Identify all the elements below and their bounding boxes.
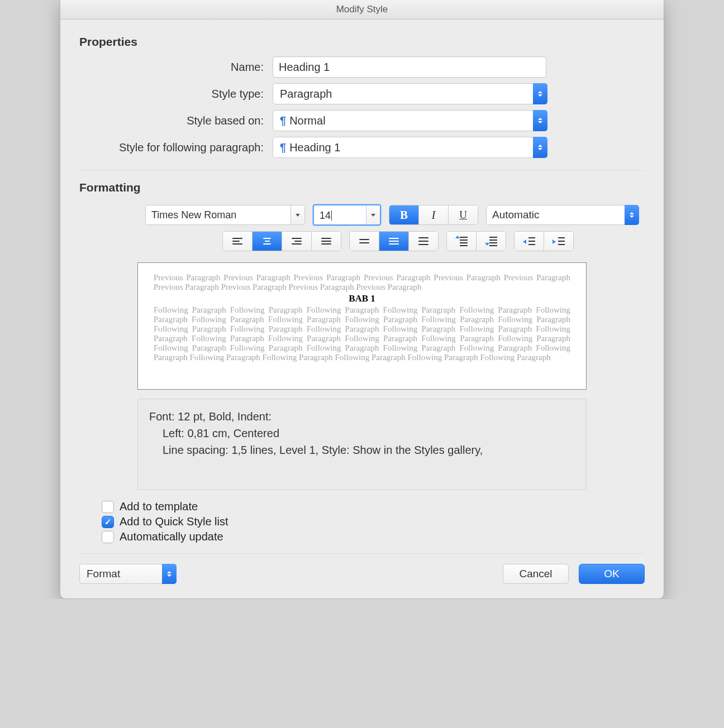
preview-following-paragraph: Following Paragraph Following Paragraph … (154, 305, 570, 362)
line-spacing-2-button[interactable] (409, 232, 438, 251)
divider (79, 553, 645, 554)
align-right-icon (292, 237, 302, 245)
indent-group (514, 231, 574, 251)
align-justify-button[interactable] (312, 232, 341, 251)
section-formatting: Formatting (79, 181, 645, 194)
automatically-update-label: Automatically update (120, 530, 223, 543)
add-to-template-label: Add to template (120, 500, 198, 513)
format-dropdown-button[interactable]: Format (79, 564, 177, 584)
para-space-decrease-icon (485, 237, 497, 246)
desc-line: Font: 12 pt, Bold, Indent: (149, 408, 575, 425)
italic-button[interactable]: I (419, 205, 449, 224)
decrease-indent-button[interactable] (515, 232, 544, 251)
paragraph-spacing-group (446, 231, 506, 251)
name-label: Name: (79, 61, 273, 74)
dialog-titlebar: Modify Style (60, 0, 664, 20)
modify-style-dialog: Modify Style Properties Name: Heading 1 … (60, 0, 664, 599)
style-following-label: Style for following paragraph: (79, 141, 273, 154)
line-spacing-1-icon (359, 237, 369, 245)
font-size-combobox[interactable]: 14 (313, 204, 381, 226)
bold-italic-underline-group: B I U (389, 205, 478, 225)
para-space-increase-button[interactable] (447, 232, 477, 251)
line-spacing-1-button[interactable] (350, 232, 379, 251)
line-spacing-15-button[interactable] (379, 232, 409, 251)
divider (79, 170, 645, 171)
dialog-title: Modify Style (336, 4, 388, 15)
underline-button[interactable]: U (449, 205, 478, 224)
style-based-dropdown[interactable]: ¶ Normal (273, 110, 547, 131)
dropdown-arrow-icon (162, 564, 177, 584)
font-family-combobox[interactable]: Times New Roman (145, 205, 305, 225)
align-right-button[interactable] (282, 232, 312, 251)
style-based-label: Style based on: (79, 114, 273, 127)
style-following-dropdown[interactable]: ¶ Heading 1 (273, 137, 547, 158)
style-type-dropdown[interactable]: Paragraph (273, 83, 547, 104)
align-center-icon (262, 237, 272, 245)
caret-down-icon (290, 205, 304, 224)
line-spacing-15-icon (389, 237, 399, 245)
automatically-update-checkbox[interactable] (102, 531, 114, 543)
bold-button[interactable]: B (389, 205, 419, 224)
style-type-label: Style type: (79, 88, 273, 100)
style-preview: Previous Paragraph Previous Paragraph Pr… (137, 262, 587, 390)
desc-line: Left: 0,81 cm, Centered (149, 425, 575, 442)
para-space-decrease-button[interactable] (477, 232, 506, 251)
align-center-button[interactable] (253, 232, 282, 251)
decrease-indent-icon (523, 237, 535, 245)
pilcrow-icon: ¶ (280, 114, 286, 127)
align-left-icon (232, 237, 242, 245)
cancel-button[interactable]: Cancel (503, 564, 569, 584)
preview-prev-paragraph: Previous Paragraph Previous Paragraph Pr… (154, 273, 570, 292)
line-spacing-group (349, 231, 439, 251)
increase-indent-button[interactable] (544, 232, 573, 251)
pilcrow-icon: ¶ (280, 141, 286, 154)
increase-indent-icon (552, 237, 565, 245)
style-description: Font: 12 pt, Bold, Indent: Left: 0,81 cm… (137, 399, 587, 490)
align-justify-icon (321, 237, 331, 245)
dropdown-arrow-icon (533, 137, 547, 158)
dropdown-arrow-icon (533, 83, 547, 104)
align-left-button[interactable] (223, 232, 253, 251)
name-input[interactable]: Heading 1 (273, 56, 546, 78)
add-to-template-checkbox[interactable] (102, 501, 114, 513)
preview-sample-text: BAB 1 (154, 293, 570, 304)
add-to-quick-style-label: Add to Quick Style list (120, 515, 228, 528)
ok-button[interactable]: OK (579, 564, 645, 584)
add-to-quick-style-checkbox[interactable] (102, 516, 114, 528)
section-properties: Properties (79, 35, 645, 49)
para-space-increase-icon (455, 237, 468, 246)
line-spacing-2-icon (418, 237, 428, 245)
desc-line: Line spacing: 1,5 lines, Level 1, Style:… (149, 442, 575, 458)
font-color-dropdown[interactable]: Automatic (486, 205, 639, 225)
dropdown-arrow-icon (625, 205, 639, 225)
caret-down-icon (366, 205, 380, 224)
alignment-group (222, 231, 341, 251)
dropdown-arrow-icon (533, 110, 547, 131)
